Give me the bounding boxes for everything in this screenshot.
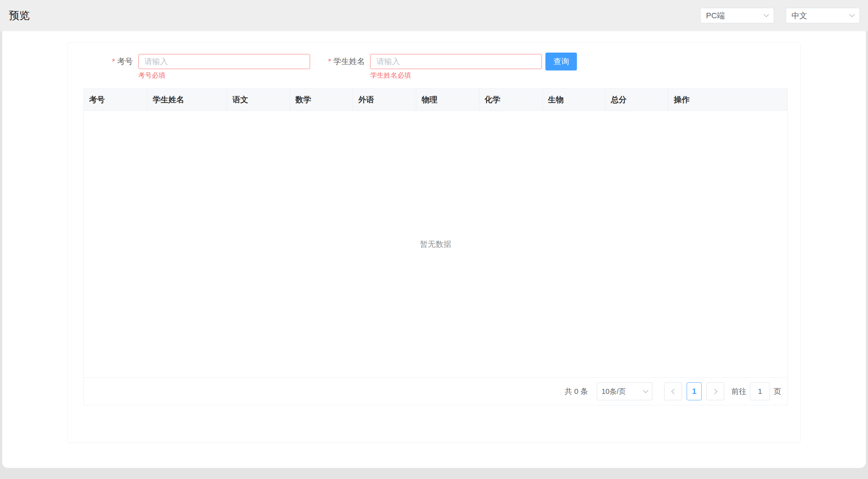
column-header-actions: 操作 xyxy=(668,89,788,111)
student-name-error: 学生姓名必填 xyxy=(370,71,542,80)
student-name-label-text: 学生姓名 xyxy=(333,56,365,67)
pagination: 共 0 条 10条/页 1 前往 页 xyxy=(84,378,788,405)
page-size-select[interactable]: 10条/页 xyxy=(597,382,652,400)
goto-label: 前往 xyxy=(731,386,746,396)
total-count-text: 共 0 条 xyxy=(565,386,588,396)
chevron-right-icon xyxy=(712,388,717,394)
topbar: 预览 PC端 中文 xyxy=(0,0,868,31)
prev-page-button[interactable] xyxy=(664,382,682,400)
exam-no-label: * 考号 xyxy=(112,54,133,69)
query-form: * 考号 考号必填 * 学生姓名 学生姓名必填 查询 xyxy=(68,43,800,80)
page-size-value: 10条/页 xyxy=(602,387,626,396)
column-header-student-name: 学生姓名 xyxy=(147,89,227,111)
query-button[interactable]: 查询 xyxy=(545,53,577,70)
student-name-input-wrap: 学生姓名必填 xyxy=(370,54,542,80)
topbar-controls: PC端 中文 xyxy=(700,8,860,23)
column-header-math: 数学 xyxy=(290,89,353,111)
chevron-down-icon xyxy=(764,12,769,18)
column-header-total-score: 总分 xyxy=(605,89,668,111)
table-header-row: 考号 学生姓名 语文 数学 外语 物理 化学 生物 总分 操作 xyxy=(84,89,788,111)
device-select-value: PC端 xyxy=(706,10,725,21)
form-item-student-name: * 学生姓名 学生姓名必填 xyxy=(328,54,542,80)
student-name-label: * 学生姓名 xyxy=(328,54,365,69)
chevron-left-icon xyxy=(671,388,677,394)
preview-canvas: * 考号 考号必填 * 学生姓名 学生姓名必填 查询 xyxy=(2,31,866,468)
column-header-biology: 生物 xyxy=(543,89,605,111)
required-asterisk: * xyxy=(112,57,115,66)
language-select[interactable]: 中文 xyxy=(786,8,860,23)
table-body: 暂无数据 xyxy=(84,111,788,378)
language-select-value: 中文 xyxy=(791,10,807,21)
chevron-down-icon xyxy=(643,387,649,393)
column-header-exam-no: 考号 xyxy=(84,89,147,111)
page-1-button[interactable]: 1 xyxy=(687,382,702,400)
empty-data-text: 暂无数据 xyxy=(420,239,451,250)
column-header-chemistry: 化学 xyxy=(479,89,543,111)
query-card: * 考号 考号必填 * 学生姓名 学生姓名必填 查询 xyxy=(67,42,801,443)
student-name-input[interactable] xyxy=(370,54,542,69)
column-header-foreign-lang: 外语 xyxy=(353,89,416,111)
device-select[interactable]: PC端 xyxy=(700,8,774,23)
page-title: 预览 xyxy=(9,9,30,23)
required-asterisk: * xyxy=(328,57,332,66)
column-header-chinese: 语文 xyxy=(227,89,290,111)
exam-no-input[interactable] xyxy=(138,54,310,69)
exam-no-input-wrap: 考号必填 xyxy=(138,54,310,80)
form-item-exam-no: * 考号 考号必填 xyxy=(112,54,310,80)
next-page-button[interactable] xyxy=(706,382,724,400)
column-header-physics: 物理 xyxy=(416,89,479,111)
exam-no-error: 考号必填 xyxy=(138,71,310,80)
chevron-down-icon xyxy=(849,12,855,18)
exam-no-label-text: 考号 xyxy=(117,56,133,67)
goto-page-input[interactable] xyxy=(750,382,770,400)
page-unit-label: 页 xyxy=(774,386,781,396)
score-table: 考号 学生姓名 语文 数学 外语 物理 化学 生物 总分 操作 暂无数据 共 0… xyxy=(83,88,788,405)
